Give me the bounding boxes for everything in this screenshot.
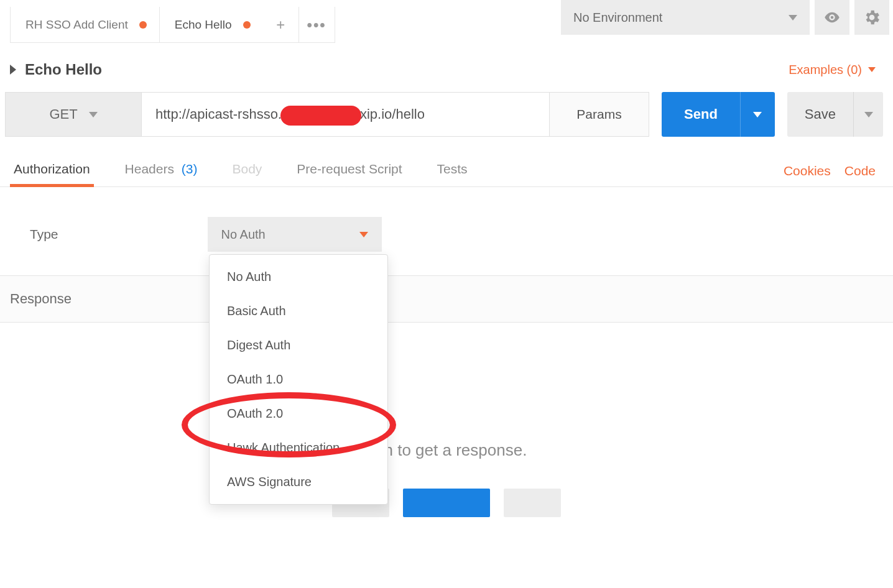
save-label: Save xyxy=(805,106,836,122)
examples-label: Examples (0) xyxy=(789,63,862,77)
chevron-down-icon xyxy=(789,15,797,21)
auth-option-digest[interactable]: Digest Auth xyxy=(210,328,387,362)
auth-type-dropdown: No Auth Basic Auth Digest Auth OAuth 1.0… xyxy=(209,254,388,505)
params-label: Params xyxy=(576,107,621,122)
tab-body[interactable]: Body xyxy=(229,155,264,186)
auth-option-hawk[interactable]: Hawk Authentication xyxy=(210,431,387,465)
tab-echo-hello[interactable]: Echo Hello xyxy=(159,7,263,43)
tab-label: Tests xyxy=(437,162,468,176)
gear-icon xyxy=(863,8,881,27)
environment-select[interactable]: No Environment xyxy=(561,0,810,35)
params-button[interactable]: Params xyxy=(550,92,649,137)
code-link[interactable]: Code xyxy=(844,163,876,178)
tab-label: Body xyxy=(232,162,262,176)
send-label: Send xyxy=(684,106,718,122)
tab-label: Headers xyxy=(125,162,174,176)
send-dropdown-button[interactable] xyxy=(740,92,775,137)
plus-icon: + xyxy=(276,16,285,34)
response-placeholder-primary-button[interactable] xyxy=(403,489,490,517)
tab-tests[interactable]: Tests xyxy=(435,155,470,186)
response-placeholder-button[interactable] xyxy=(504,489,561,517)
auth-type-value: No Auth xyxy=(221,227,266,242)
expand-toggle-icon[interactable] xyxy=(10,65,16,75)
url-input[interactable]: http://apicast-rshsso.xip.io/hello xyxy=(142,92,550,137)
tab-authorization[interactable]: Authorization xyxy=(11,155,93,186)
response-header: Response xyxy=(0,275,893,323)
auth-option-oauth2[interactable]: OAuth 2.0 xyxy=(210,397,387,431)
auth-option-oauth1[interactable]: OAuth 1.0 xyxy=(210,362,387,397)
auth-option-no-auth[interactable]: No Auth xyxy=(210,260,387,294)
response-body: tton to get a response. xyxy=(0,323,893,517)
method-label: GET xyxy=(49,106,77,122)
ellipsis-icon: ••• xyxy=(307,16,326,34)
dirty-dot-icon xyxy=(139,21,147,29)
request-name: Echo Hello xyxy=(25,61,102,78)
tab-prerequest[interactable]: Pre-request Script xyxy=(294,155,404,186)
auth-option-basic[interactable]: Basic Auth xyxy=(210,294,387,328)
url-text-prefix: http://apicast-rshsso. xyxy=(155,106,282,122)
url-text-suffix: xip.io/hello xyxy=(360,106,425,122)
save-dropdown-button[interactable] xyxy=(853,92,883,137)
save-button[interactable]: Save xyxy=(787,92,853,137)
tab-label: Echo Hello xyxy=(175,18,232,32)
auth-type-label: Type xyxy=(30,227,58,242)
tab-rh-sso[interactable]: RH SSO Add Client xyxy=(10,7,159,43)
examples-dropdown[interactable]: Examples (0) xyxy=(789,63,876,77)
tab-label: RH SSO Add Client xyxy=(25,18,128,32)
dirty-dot-icon xyxy=(243,21,251,29)
tab-headers[interactable]: Headers (3) xyxy=(123,155,200,186)
response-header-label: Response xyxy=(10,291,72,306)
tab-label: Authorization xyxy=(14,162,90,176)
response-hint-text: tton to get a response. xyxy=(366,441,527,459)
auth-type-select[interactable]: No Auth xyxy=(208,217,382,252)
auth-option-aws[interactable]: AWS Signature xyxy=(210,465,387,499)
environment-quicklook-button[interactable] xyxy=(815,0,849,35)
environment-label: No Environment xyxy=(573,11,662,25)
cookies-link[interactable]: Cookies xyxy=(784,163,831,178)
chevron-down-icon xyxy=(359,232,368,237)
redaction-mark-icon xyxy=(280,106,361,126)
new-tab-button[interactable]: + xyxy=(263,7,299,43)
settings-button[interactable] xyxy=(854,0,889,35)
chevron-down-icon xyxy=(868,67,876,72)
headers-count: (3) xyxy=(182,162,198,176)
chevron-down-icon xyxy=(864,112,873,117)
chevron-down-icon xyxy=(753,112,762,117)
http-method-select[interactable]: GET xyxy=(5,92,142,137)
eye-icon xyxy=(823,9,841,26)
tab-label: Pre-request Script xyxy=(297,162,402,176)
tab-overflow-button[interactable]: ••• xyxy=(299,7,335,43)
send-button[interactable]: Send xyxy=(662,92,740,137)
chevron-down-icon xyxy=(89,112,98,117)
